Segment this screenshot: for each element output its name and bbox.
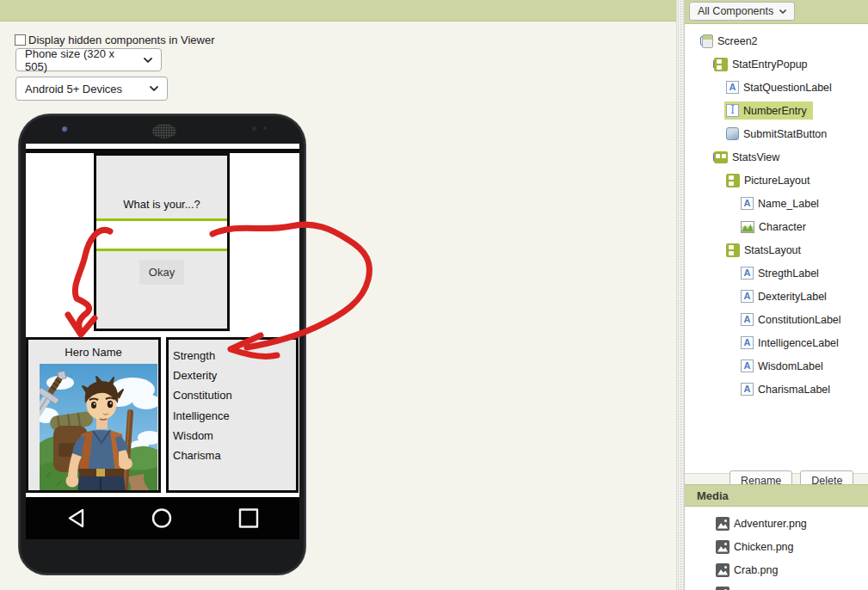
tree-item-numberentry[interactable]: NumberEntry	[685, 99, 868, 122]
sensor-dot	[263, 126, 267, 130]
label-icon	[741, 336, 754, 349]
component-tree: Screen2 StatEntryPopup StatQuestionLabel…	[685, 24, 868, 474]
chevron-down-icon	[144, 58, 152, 63]
hero-name-label: Hero Name	[28, 346, 158, 359]
label-icon	[741, 383, 754, 396]
device-select[interactable]: Android 5+ Devices	[15, 77, 168, 101]
tree-item-statslayout[interactable]: StatsLayout	[685, 238, 868, 261]
label-icon	[726, 81, 739, 94]
tree-item-wisdomlabel[interactable]: WisdomLabel	[685, 354, 868, 378]
tree-item-picturelayout[interactable]: PictureLayout	[685, 169, 868, 192]
tree-item-screen2[interactable]: Screen2	[685, 29, 868, 52]
label-icon	[741, 360, 754, 372]
textbox-icon	[726, 104, 739, 117]
vertical-arrangement-icon	[726, 174, 740, 187]
image-file-icon	[716, 563, 729, 577]
display-hidden-checkbox[interactable]	[15, 34, 26, 46]
media-item-partial[interactable]	[685, 581, 868, 590]
home-icon[interactable]	[153, 510, 170, 527]
top-toolbar	[0, 0, 676, 22]
camera-icon	[62, 126, 68, 132]
tree-item-dexteritylabel[interactable]: DexterityLabel	[685, 285, 868, 308]
media-item-adventurer[interactable]: Adventurer.png	[685, 512, 868, 535]
character-image[interactable]	[40, 364, 157, 493]
tree-item-statentrypopup[interactable]: StatEntryPopup	[685, 52, 868, 76]
image-file-icon	[716, 587, 729, 590]
strength-label: Strength	[173, 346, 296, 366]
phone-size-value: Phone size (320 x 505)	[25, 47, 137, 73]
vertical-arrangement-icon	[726, 243, 740, 257]
number-entry-textbox[interactable]	[96, 218, 227, 251]
stats-view: Hero Name	[26, 337, 299, 493]
sensor-dot	[252, 126, 256, 131]
tree-item-statquestionlabel[interactable]: StatQuestionLabel	[685, 76, 868, 99]
device-value: Android 5+ Devices	[25, 83, 122, 95]
wisdom-label: Wisdom	[173, 426, 296, 446]
tree-item-character[interactable]: Character	[685, 215, 868, 238]
panel-resize-divider[interactable]	[676, 0, 685, 590]
tree-item-statsview[interactable]: StatsView	[685, 145, 868, 169]
charisma-label: Charisma	[173, 446, 296, 465]
chevron-down-icon	[150, 86, 158, 91]
tree-item-name-label[interactable]: Name_Label	[685, 192, 868, 215]
components-panel: All Components Screen2 StatEntryPopup St…	[685, 0, 868, 590]
image-file-icon	[716, 540, 729, 554]
chevron-down-icon	[779, 9, 786, 14]
phone-viewer: What is your...? Okay Hero Name	[19, 114, 305, 575]
dexterity-label: Dexterity	[173, 366, 296, 385]
media-list: Adventurer.png Chicken.png Crab.png	[685, 507, 868, 590]
selected-row-highlight: NumberEntry	[724, 101, 813, 120]
speaker-icon	[152, 124, 176, 138]
tree-item-stregthlabel[interactable]: StregthLabel	[685, 261, 868, 285]
label-icon	[741, 267, 754, 280]
screen-icon	[702, 34, 713, 48]
tree-item-constitutionlabel[interactable]: ConstitutionLabel	[685, 308, 868, 331]
display-hidden-label: Display hidden components in Viewer	[28, 34, 215, 46]
button-icon	[726, 127, 739, 140]
label-icon	[741, 313, 754, 326]
all-components-dropdown[interactable]: All Components	[689, 2, 795, 21]
phone-size-select[interactable]: Phone size (320 x 505)	[15, 48, 162, 71]
picture-layout[interactable]: Hero Name	[26, 337, 161, 493]
tree-item-intelligencelabel[interactable]: IntelligenceLabel	[685, 331, 868, 354]
constitution-label: Constitution	[173, 385, 296, 405]
media-item-crab[interactable]: Crab.png	[685, 558, 868, 581]
phone-screen: What is your...? Okay Hero Name	[26, 144, 299, 539]
intelligence-label: Intelligence	[173, 406, 296, 426]
vertical-arrangement-icon	[714, 58, 728, 71]
stats-layout[interactable]: Strength Dexterity Constitution Intellig…	[166, 337, 299, 493]
horizontal-arrangement-icon	[714, 151, 728, 163]
label-icon	[741, 197, 754, 210]
stat-question-label: What is your...?	[96, 198, 227, 211]
media-section-header: Media	[685, 484, 868, 507]
app-inventor-designer: Display hidden components in Viewer Phon…	[0, 0, 868, 590]
tree-item-submitstatbutton[interactable]: SubmitStatButton	[685, 122, 868, 145]
media-item-chicken[interactable]: Chicken.png	[685, 535, 868, 558]
tree-item-charismalabel[interactable]: CharismaLabel	[685, 378, 868, 401]
label-icon	[741, 290, 754, 303]
image-icon	[741, 221, 754, 233]
stat-entry-popup[interactable]: What is your...? Okay	[94, 153, 230, 331]
image-file-icon	[716, 517, 729, 531]
android-nav-bar	[26, 497, 299, 539]
recents-icon[interactable]	[240, 510, 257, 527]
display-hidden-row: Display hidden components in Viewer	[15, 34, 215, 46]
back-icon[interactable]	[70, 510, 83, 526]
okay-button[interactable]: Okay	[139, 260, 184, 285]
